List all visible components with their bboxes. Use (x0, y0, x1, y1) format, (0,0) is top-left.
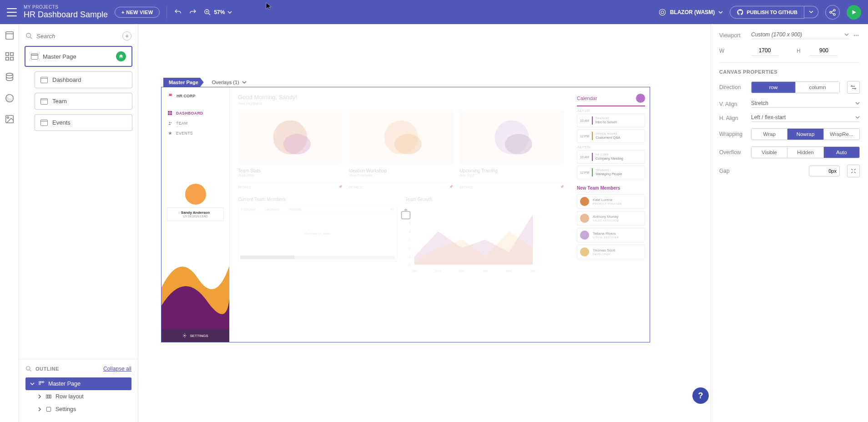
assets-icon[interactable] (5, 114, 15, 124)
redo-button[interactable] (189, 8, 197, 16)
svg-text:5: 5 (409, 221, 411, 225)
flag-icon (168, 93, 174, 99)
canvas-tab-master[interactable]: Master Page (163, 78, 204, 87)
svg-text:Apr: Apr (483, 269, 488, 273)
pages-panel: + Master Page Dashboard Team Events (19, 24, 138, 422)
svg-rect-9 (5, 57, 8, 60)
auto-button[interactable]: Auto (824, 147, 859, 158)
canvas[interactable]: Master Page Overlays (1) HR CORP DASHBOA… (138, 24, 711, 422)
page-dashboard[interactable]: Dashboard (35, 71, 132, 88)
container-icon (45, 406, 52, 412)
canvas-tab-overlays[interactable]: Overlays (1) (204, 78, 252, 87)
mock-event: 12 PM OFFICE HOURSCustomers Q&A (577, 129, 645, 143)
data-icon[interactable] (5, 72, 15, 82)
publish-dropdown[interactable] (804, 6, 818, 18)
publish-button[interactable]: PUBLISH TO GITHUB (730, 6, 804, 19)
viewport-select[interactable]: Custom (1700 x 900) (751, 31, 849, 39)
wrapping-group: Wrap Nowrap WrapRe... (751, 128, 860, 140)
svg-rect-26 (170, 111, 172, 113)
svg-point-15 (26, 33, 30, 37)
page-master[interactable]: Master Page (25, 46, 132, 67)
svg-rect-17 (39, 382, 40, 383)
tree-settings[interactable]: Settings (25, 403, 131, 416)
svg-rect-24 (46, 407, 50, 411)
tree-label: Settings (56, 406, 76, 412)
new-view-button[interactable]: + NEW VIEW (115, 7, 160, 18)
svg-point-31 (184, 335, 186, 337)
gap-expand-button[interactable] (847, 165, 860, 177)
svg-rect-20 (39, 383, 40, 385)
chevron-down-icon (855, 101, 860, 106)
svg-rect-25 (168, 111, 170, 113)
mock-member: Kate LorenzPRODUCT MANAGER (577, 194, 645, 209)
gap-input[interactable] (809, 166, 840, 176)
preview-button[interactable] (847, 5, 861, 20)
hidden-button[interactable]: Hidden (787, 147, 823, 158)
row-button[interactable]: row (752, 82, 796, 93)
wrapping-label: Wrapping (719, 131, 747, 137)
nowrap-button[interactable]: Nowrap (787, 129, 823, 140)
column-button[interactable]: column (796, 82, 839, 93)
theme-icon[interactable] (5, 93, 15, 103)
breadcrumb[interactable]: MY PROJECTS (24, 5, 108, 10)
canvas-frame[interactable]: HR CORP DASHBOARD TEAM EVENTS Sa (161, 87, 650, 342)
svg-text:3: 3 (409, 238, 411, 241)
chevron-down-icon (718, 10, 723, 15)
gear-icon (182, 333, 187, 338)
views-icon[interactable] (5, 30, 15, 40)
icon-rail (0, 24, 19, 422)
chevron-down-icon (855, 115, 860, 120)
width-input[interactable] (751, 45, 778, 56)
halign-select[interactable]: Left / flex-start (751, 114, 860, 122)
svg-text:1: 1 (409, 255, 411, 258)
zoom-control[interactable]: 57% (204, 9, 232, 16)
svg-text:Jun: Jun (530, 269, 535, 272)
project-title: MY PROJECTS HR Dashboard Sample (24, 5, 108, 20)
mock-right-panel: Calendar JULY 1ST 10 AM TRAININGIntro to… (572, 87, 650, 342)
search-input[interactable] (36, 33, 119, 40)
framework-selector[interactable]: BLAZOR (WASM) (658, 8, 723, 16)
page-label: Master Page (43, 53, 76, 60)
visible-button[interactable]: Visible (752, 147, 787, 158)
share-button[interactable] (825, 5, 840, 20)
wrap-button[interactable]: Wrap (752, 129, 787, 140)
components-icon[interactable] (5, 51, 15, 61)
svg-text:0: 0 (409, 263, 411, 266)
bell-icon (636, 94, 645, 103)
tree-row-layout[interactable]: Row layout (25, 390, 131, 403)
svg-rect-19 (43, 382, 44, 383)
menu-icon[interactable] (7, 8, 17, 16)
svg-point-14 (7, 117, 9, 119)
framework-value: BLAZOR (WASM) (670, 9, 715, 15)
row-icon (45, 393, 52, 400)
swap-button[interactable] (847, 81, 860, 94)
more-icon[interactable]: ⋯ (853, 32, 860, 39)
svg-text:4: 4 (409, 230, 411, 233)
svg-point-2 (661, 11, 664, 14)
page-icon (40, 120, 48, 126)
mock-card: Upcoming Training July 2022 DETAILS📌 (459, 110, 564, 189)
svg-rect-8 (10, 53, 13, 55)
add-page-button[interactable]: + (122, 31, 131, 40)
tree-master[interactable]: Master Page (25, 377, 131, 390)
mock-member: Anthony MurraySALES ASSOCIATE (577, 211, 645, 226)
height-input[interactable] (810, 45, 838, 56)
svg-rect-27 (168, 113, 170, 115)
valign-select[interactable]: Stretch (751, 100, 860, 108)
help-button[interactable]: ? (692, 387, 709, 404)
svg-rect-54 (401, 211, 410, 219)
svg-point-3 (833, 9, 835, 11)
mock-nav-team: TEAM (161, 118, 229, 128)
h-label: H (797, 48, 806, 54)
svg-rect-10 (10, 57, 13, 60)
undo-button[interactable] (174, 8, 182, 16)
page-events[interactable]: Events (35, 114, 132, 131)
wraprev-button[interactable]: WrapRe... (824, 129, 859, 140)
viewport-label: Viewport (719, 32, 747, 39)
chevron-down-icon (844, 32, 849, 37)
home-icon (116, 51, 126, 61)
page-icon (40, 98, 48, 105)
collapse-all[interactable]: Collapse all (103, 366, 131, 372)
page-team[interactable]: Team (35, 93, 132, 110)
mock-event: 10 AM TRAININGIntro to Scrum (577, 114, 645, 127)
